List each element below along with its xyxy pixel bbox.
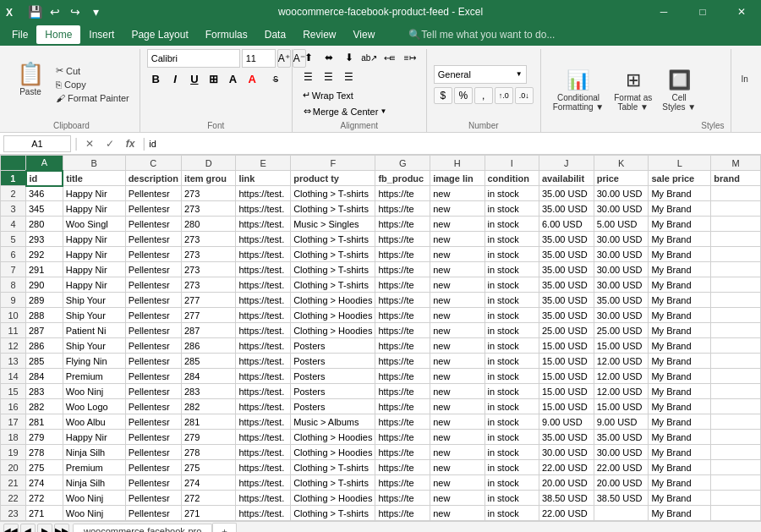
cell-j[interactable]: 22.00 USD — [539, 506, 594, 521]
menu-page-layout[interactable]: Page Layout — [123, 25, 196, 44]
cell-m[interactable] — [711, 384, 761, 399]
orientation-button[interactable]: ab↗ — [360, 49, 379, 66]
cell-l[interactable]: My Brand — [649, 201, 711, 217]
cell-e[interactable]: https://test. — [236, 338, 291, 354]
cell-a[interactable]: 283 — [26, 384, 63, 399]
cell-b[interactable]: Ninja Silh — [63, 445, 125, 460]
cell-c[interactable]: Pellentesr — [125, 338, 181, 354]
cell-c[interactable]: Pellentesr — [125, 414, 181, 430]
cell-m[interactable] — [711, 217, 761, 232]
cell-j[interactable]: 25.00 USD — [539, 323, 594, 338]
cell-g[interactable]: https://te — [375, 277, 430, 293]
cell-i[interactable]: in stock — [485, 384, 539, 399]
cell-k[interactable]: 30.00 USD — [594, 308, 649, 323]
cell-k[interactable]: 30.00 USD — [594, 262, 649, 277]
increase-font-button[interactable]: A⁺ — [277, 49, 291, 68]
redo-button[interactable]: ↪ — [66, 3, 85, 21]
cell-m[interactable] — [711, 445, 761, 460]
cell-e[interactable]: https://test. — [236, 217, 291, 232]
strikethrough-button[interactable]: S̶ — [266, 70, 285, 87]
cell-d[interactable]: 275 — [181, 460, 236, 475]
cell-g[interactable]: https://te — [375, 262, 430, 277]
merge-center-button[interactable]: ⇔ Merge & Center ▼ — [299, 103, 419, 119]
prev-sheet-button[interactable]: ◀ — [20, 524, 36, 533]
cell-k1[interactable]: price — [594, 171, 649, 186]
cell-d[interactable]: 280 — [181, 217, 236, 232]
cell-m[interactable] — [711, 414, 761, 430]
cell-h[interactable]: new — [430, 414, 485, 430]
cell-i[interactable]: in stock — [485, 491, 539, 506]
col-header-e[interactable]: E — [236, 156, 291, 171]
bold-button[interactable]: B — [147, 69, 165, 88]
cell-d[interactable]: 285 — [181, 354, 236, 369]
cell-e[interactable]: https://test. — [236, 201, 291, 217]
cell-b1[interactable]: title — [63, 171, 125, 186]
cell-h[interactable]: new — [430, 293, 485, 308]
cell-c[interactable]: Pellentesr — [125, 399, 181, 414]
col-header-k[interactable]: K — [594, 156, 649, 171]
formula-input[interactable] — [149, 135, 758, 152]
cell-k[interactable]: 30.00 USD — [594, 201, 649, 217]
cell-d[interactable]: 273 — [181, 247, 236, 262]
cell-i[interactable]: in stock — [485, 262, 539, 277]
cell-m[interactable] — [711, 506, 761, 521]
cell-i[interactable]: in stock — [485, 323, 539, 338]
cell-d[interactable]: 273 — [181, 277, 236, 293]
cell-a[interactable]: 284 — [26, 369, 63, 384]
sheet-tab-1[interactable]: woocommerce-facebook-pro — [73, 524, 212, 532]
cell-l[interactable]: My Brand — [649, 308, 711, 323]
cell-b[interactable]: Patient Ni — [63, 323, 125, 338]
insert-function-button[interactable]: fx — [122, 135, 139, 152]
cell-a[interactable]: 289 — [26, 293, 63, 308]
cell-e[interactable]: https://test. — [236, 186, 291, 201]
cell-g[interactable]: https://te — [375, 414, 430, 430]
cell-h[interactable]: new — [430, 201, 485, 217]
cell-c[interactable]: Pellentesr — [125, 475, 181, 491]
cell-i[interactable]: in stock — [485, 308, 539, 323]
cell-d[interactable]: 281 — [181, 414, 236, 430]
wrap-text-button[interactable]: ↵ Wrap Text — [299, 88, 357, 102]
cell-j[interactable]: 22.00 USD — [539, 460, 594, 475]
col-header-i[interactable]: I — [485, 156, 539, 171]
cell-l[interactable]: My Brand — [649, 414, 711, 430]
cell-a[interactable]: 272 — [26, 491, 63, 506]
cell-d[interactable]: 284 — [181, 369, 236, 384]
cell-i[interactable]: in stock — [485, 186, 539, 201]
cell-i[interactable]: in stock — [485, 506, 539, 521]
currency-button[interactable]: $ — [434, 87, 452, 104]
cell-l[interactable]: My Brand — [649, 399, 711, 414]
save-button[interactable]: 💾 — [25, 3, 44, 21]
cell-d[interactable]: 277 — [181, 308, 236, 323]
align-top-button[interactable]: ⬆ — [299, 49, 318, 66]
cell-a[interactable]: 285 — [26, 354, 63, 369]
cell-f[interactable]: Clothing > T-shirts — [291, 475, 375, 491]
conditional-formatting-button[interactable]: 📊 ConditionalFormatting ▼ — [548, 58, 609, 123]
cell-j[interactable]: 15.00 USD — [539, 354, 594, 369]
cell-m[interactable] — [711, 323, 761, 338]
insert-cells-button[interactable]: In — [732, 49, 758, 108]
cell-e[interactable]: https://test. — [236, 323, 291, 338]
cell-a[interactable]: 287 — [26, 323, 63, 338]
qat-dropdown-button[interactable]: ▾ — [86, 3, 105, 21]
cell-g[interactable]: https://te — [375, 491, 430, 506]
cell-g[interactable]: https://te — [375, 445, 430, 460]
cell-m[interactable] — [711, 201, 761, 217]
cell-g[interactable]: https://te — [375, 399, 430, 414]
cell-j[interactable]: 35.00 USD — [539, 293, 594, 308]
cell-l[interactable]: My Brand — [649, 293, 711, 308]
cell-l[interactable]: My Brand — [649, 445, 711, 460]
cell-m1[interactable]: brand — [711, 171, 761, 186]
cell-j[interactable]: 35.00 USD — [539, 308, 594, 323]
cell-k[interactable]: 12.00 USD — [594, 384, 649, 399]
font-name-input[interactable] — [147, 49, 240, 68]
cell-h[interactable]: new — [430, 369, 485, 384]
cell-j[interactable]: 35.00 USD — [539, 232, 594, 247]
cell-c[interactable]: Pellentesr — [125, 201, 181, 217]
cell-a[interactable]: 281 — [26, 414, 63, 430]
border-button[interactable]: ⊞ — [205, 69, 222, 88]
cell-e[interactable]: https://test. — [236, 354, 291, 369]
cell-k[interactable]: 35.00 USD — [594, 293, 649, 308]
cell-c[interactable]: Pellentesr — [125, 491, 181, 506]
cell-l[interactable]: My Brand — [649, 262, 711, 277]
cell-d[interactable]: 287 — [181, 323, 236, 338]
